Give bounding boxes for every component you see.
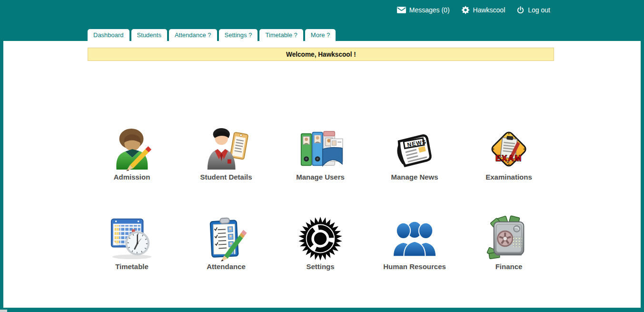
logout-label: Log out (528, 6, 550, 14)
tab-bar: Dashboard Students Attendance ? Settings… (88, 29, 336, 41)
module-label: Attendance (207, 262, 246, 271)
exam-sign-icon: EXAM (485, 126, 532, 172)
tab-settings[interactable]: Settings ? (219, 29, 258, 41)
envelope-icon (397, 7, 406, 13)
black-gear-icon (297, 215, 344, 262)
module-label: Settings (306, 262, 334, 271)
logout-link[interactable]: Log out (516, 6, 550, 14)
module-label: Manage News (391, 173, 438, 181)
account-label: Hawkscool (473, 6, 505, 14)
module-student-details[interactable]: Student Details (179, 126, 273, 183)
module-finance[interactable]: Finance (462, 215, 556, 272)
scrollbar-corner (0, 310, 7, 312)
module-attendance[interactable]: Attendance (179, 215, 273, 272)
safe-money-icon (485, 215, 532, 262)
module-grid: Admission (85, 126, 556, 272)
right-border (641, 41, 644, 312)
module-label: Examinations (485, 173, 532, 181)
module-examinations[interactable]: EXAM Examinations (462, 126, 556, 183)
app-window: Messages (0) Hawkscool Log out Dashboard… (0, 0, 644, 312)
bottom-border (0, 308, 644, 312)
module-human-resources[interactable]: Human Resources (367, 215, 462, 272)
gear-icon (461, 6, 470, 14)
user-binders-icon (297, 126, 344, 172)
module-label: Manage Users (296, 173, 345, 181)
power-icon (516, 6, 525, 14)
people-group-icon (391, 215, 438, 262)
left-border (0, 41, 3, 312)
module-label: Admission (114, 173, 150, 181)
tab-timetable[interactable]: Timetable ? (259, 29, 303, 41)
tab-more[interactable]: More ? (305, 29, 336, 41)
module-settings[interactable]: Settings (273, 215, 367, 272)
student-tag-icon (203, 126, 249, 172)
tab-attendance[interactable]: Attendance ? (169, 29, 217, 41)
module-label: Timetable (115, 262, 149, 271)
module-manage-news[interactable]: NEWS Manage News (367, 126, 462, 183)
newspaper-icon: NEWS (391, 126, 438, 172)
module-manage-users[interactable]: Manage Users (273, 126, 367, 183)
calendar-clock-icon (109, 215, 155, 262)
tab-dashboard[interactable]: Dashboard (88, 29, 129, 41)
module-admission[interactable]: Admission (85, 126, 179, 183)
module-label: Finance (495, 262, 523, 271)
account-link[interactable]: Hawkscool (461, 6, 505, 14)
welcome-banner: Welcome, Hawkscool ! (88, 48, 554, 61)
svg-text:EXAM: EXAM (495, 154, 522, 163)
welcome-text: Welcome, Hawkscool ! (286, 50, 356, 59)
module-timetable[interactable]: Timetable (85, 215, 179, 272)
admission-person-pencil-icon (109, 126, 155, 172)
header-actions: Messages (0) Hawkscool Log out (397, 6, 550, 14)
module-label: Human Resources (383, 262, 446, 271)
messages-link[interactable]: Messages (0) (397, 6, 450, 14)
tab-students[interactable]: Students (131, 29, 167, 41)
messages-label: Messages (0) (409, 6, 450, 14)
attendance-clipboard-icon (203, 215, 249, 262)
module-label: Student Details (200, 173, 252, 181)
